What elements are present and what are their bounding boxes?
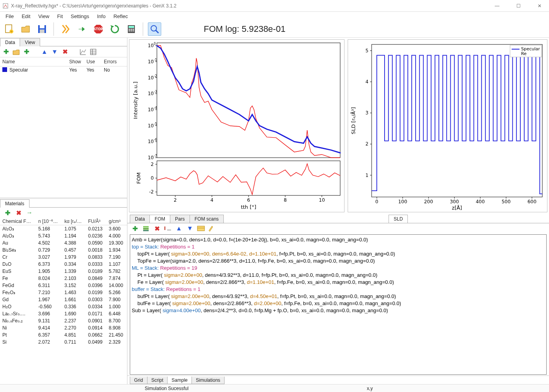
menu-reflec[interactable]: Reflec [109,13,132,20]
svg-rect-15 [133,30,134,31]
material-row[interactable]: Cr3.0271.9790.08337.190 [0,254,127,261]
zoom-icon[interactable] [148,22,161,36]
menu-edit[interactable]: Edit [18,13,34,20]
sample-toolbar: ✚ ✖ I ▲ ▼ [127,223,549,234]
svg-text:5: 5 [365,48,368,53]
save-file-icon[interactable] [35,22,49,36]
material-row[interactable]: Al₂O₃5.7431.1940.02364.000 [0,232,127,239]
svg-text:1: 1 [365,173,368,178]
bottom-tab-grid[interactable]: Grid [130,377,147,384]
add-material-icon[interactable]: ✚ [3,208,12,217]
svg-text:SLD [rₑ/Å³]: SLD [rₑ/Å³] [350,107,356,134]
add-stack-icon[interactable] [142,224,150,233]
svg-text:Intensity [a.u.]: Intensity [a.u.] [133,81,138,119]
menu-view[interactable]: View [34,13,53,20]
run-simulation-icon[interactable] [59,22,72,36]
material-row[interactable]: FeGd6.3113.1520.039614.000 [0,282,127,289]
materials-table[interactable]: Chemical F…n [10⁻⁶…kα [rₑ/…FU/Å³g/cm³Al₂… [0,218,127,384]
svg-text:-7: -7 [154,154,157,158]
sld-plot[interactable]: 010020030040050060012345z[Å]SLD [rₑ/Å³]S… [348,39,547,212]
add-layer-icon[interactable]: ✚ [131,224,139,233]
material-row[interactable]: Si2.0720.7110.04992.329 [0,339,127,346]
menu-file[interactable]: File [2,13,18,20]
delete-layer-icon[interactable]: ✖ [153,224,161,233]
mid-tab-fomscans[interactable]: FOM scans [190,215,224,223]
material-row[interactable]: D₂O6.3730.3340.03331.107 [0,261,127,268]
svg-rect-0 [3,4,8,8]
svg-text:10: 10 [148,75,154,81]
svg-text:200: 200 [424,199,433,204]
move-down-icon[interactable]: ▼ [50,48,59,56]
svg-rect-102 [197,226,204,231]
dataset-row[interactable]: Specular Yes Yes No [0,66,127,74]
material-row[interactable]: EuS1.9051.3390.01895.782 [0,268,127,275]
intensity-fom-plot[interactable]: 10-710-610-510-410-310-210-1100-20224681… [129,39,345,212]
mid-tab-fom[interactable]: FOM [149,215,170,223]
delete-material-icon[interactable]: ✖ [14,208,23,217]
svg-text:4: 4 [365,79,368,85]
svg-text:400: 400 [476,199,485,204]
svg-text:z[Å]: z[Å] [452,205,462,211]
apply-material-icon[interactable]: → [25,208,34,217]
add-green-icon[interactable]: ✚ [22,48,31,56]
material-row[interactable]: La₀.₇Sr₀.…3.6961.6900.01716.448 [0,310,127,317]
menu-settings[interactable]: Settings [67,13,93,20]
svg-text:0: 0 [151,175,154,181]
data-toolbar: ✚ ✚ ▲ ▼ ✖ [0,46,127,57]
material-row[interactable]: Ni₀.₈Fe₀.₂9.1312.2370.09018.700 [0,317,127,324]
dataset-errors: No [104,67,121,73]
bottom-tab-simulations[interactable]: Simulations [192,377,225,384]
mid-tab-pars[interactable]: Pars [170,215,190,223]
svg-text:2: 2 [174,197,177,203]
tab-view[interactable]: View [20,38,40,46]
svg-text:Re: Re [521,51,527,56]
start-fit-icon[interactable] [75,22,88,36]
materials-toolbar: ✚ ✖ → [0,208,127,218]
layer-down-icon[interactable]: ▼ [186,224,194,233]
menu-info[interactable]: Info [93,13,110,20]
svg-text:10: 10 [148,43,154,48]
svg-rect-99 [143,228,149,230]
mid-tab-data[interactable]: Data [130,215,150,223]
material-row[interactable]: Bi₂Se₃0.7290.4570.00181.934 [0,247,127,254]
svg-text:10: 10 [148,123,154,129]
material-row[interactable]: Al₂O₃5.1681.0750.02133.600 [0,225,127,233]
menu-fit[interactable]: Fit [53,13,66,20]
calculator-icon[interactable] [125,22,138,36]
open-file-icon[interactable] [19,22,32,36]
mid-tab-sld[interactable]: SLD [389,215,408,223]
bottom-tab-sample[interactable]: Sample [167,377,192,384]
minimize-button[interactable]: — [490,3,504,9]
delete-dataset-icon[interactable]: ✖ [61,48,69,56]
reload-icon[interactable] [108,22,122,36]
svg-text:-6: -6 [154,138,157,142]
sample-params-icon[interactable] [197,224,205,233]
maximize-button[interactable]: ☐ [511,3,525,9]
instrument-icon[interactable] [208,224,216,233]
new-file-icon[interactable] [2,22,16,36]
close-button[interactable]: ✕ [532,3,547,9]
import-dataset-icon[interactable] [12,48,20,56]
material-row[interactable]: H₂O-0.5600.3360.03341.000 [0,303,127,310]
move-up-icon[interactable]: ▲ [40,48,49,56]
svg-text:FOM: FOM [136,173,142,184]
svg-text:4: 4 [210,197,214,203]
bottom-tab-script[interactable]: Script [147,377,168,384]
material-row[interactable]: Fe8.0242.1030.08497.874 [0,275,127,282]
plot-settings-icon[interactable] [79,48,87,56]
table-settings-icon[interactable] [89,48,98,56]
add-dataset-icon[interactable]: ✚ [2,48,10,56]
material-row[interactable]: Gd1.9671.6610.03037.900 [0,296,127,303]
material-row[interactable]: Pt6.3574.8510.066221.450 [0,331,127,339]
svg-text:-2: -2 [149,189,154,195]
svg-text:8: 8 [284,197,287,203]
rename-icon[interactable]: I [164,224,172,233]
stop-fit-icon[interactable]: STOP [92,22,105,36]
material-row[interactable]: Fe₂O₃7.2101.4630.01995.266 [0,289,127,296]
tab-materials[interactable]: Materials [0,199,29,208]
tab-data[interactable]: Data [0,38,20,46]
material-row[interactable]: Ni9.4142.2700.09148.908 [0,324,127,331]
material-row[interactable]: Au4.5024.3880.059019.300 [0,239,127,247]
layer-up-icon[interactable]: ▲ [175,224,183,233]
sample-definition[interactable]: Amb = Layer(sigma=0.0, dens=1.0, d=0.0, … [130,234,547,375]
